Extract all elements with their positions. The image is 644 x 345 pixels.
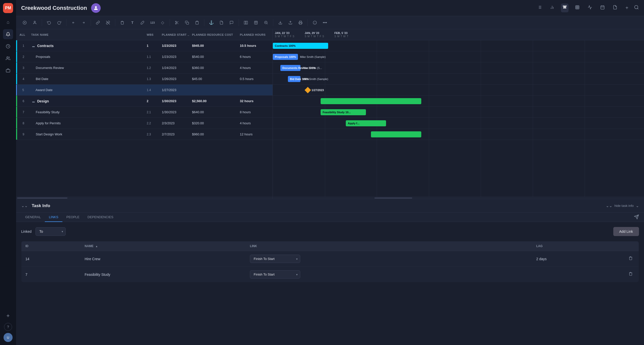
table-view-icon[interactable] (574, 4, 581, 12)
sidebar-item-home[interactable]: ⌂ (3, 17, 13, 27)
waveform-icon[interactable] (586, 4, 594, 12)
delete-link-button-2[interactable] (627, 271, 635, 278)
days-2: S M T W T F S (305, 35, 324, 38)
redo-button[interactable] (55, 18, 64, 27)
table-row[interactable]: 9 Start Design Work 2.3 2/7/2023 $960.00… (16, 129, 273, 140)
sidebar-item-projects[interactable] (3, 65, 13, 75)
gantt-view-icon[interactable] (561, 4, 569, 12)
link-type-select-1[interactable]: Finish To Start Start To Start Finish To… (250, 255, 300, 263)
tab-dependencies[interactable]: DEPENDENCIES (84, 213, 118, 222)
link-type: Finish To Start Start To Start Finish To… (246, 251, 532, 267)
row-hours: 8 hours (237, 110, 273, 114)
gantt-bar-design[interactable] (321, 98, 421, 104)
user-avatar[interactable]: U (4, 333, 13, 342)
toolbar-sep-2 (66, 19, 66, 26)
row-name: Proposals (30, 55, 144, 59)
split-button[interactable] (241, 18, 250, 27)
add-user-button[interactable] (30, 18, 39, 27)
paste-button[interactable] (193, 18, 202, 27)
scissors-button[interactable] (172, 18, 181, 27)
sidebar-item-add[interactable]: + (3, 311, 13, 321)
sidebar-item-notifications[interactable] (3, 29, 13, 39)
print-button[interactable] (296, 18, 305, 27)
gantt-bar-permits[interactable]: Apply f... (346, 120, 386, 126)
collapse-icon[interactable]: ▬ (32, 45, 35, 48)
table-row[interactable]: 7 Feasibility Study 2.1 1/30/2023 $640.0… (16, 107, 273, 118)
send-icon[interactable] (634, 214, 639, 220)
tab-links[interactable]: LINKS (45, 213, 62, 222)
123-button[interactable]: 123 (148, 18, 157, 27)
row-wbs: 2.2 (144, 122, 159, 125)
hide-task-info-button[interactable]: hide task info (614, 204, 634, 208)
tab-people[interactable]: PEOPLE (62, 213, 84, 222)
collapse-double-icon[interactable]: ⌄⌄ (21, 203, 28, 208)
table-button[interactable] (251, 18, 260, 27)
sidebar-item-time[interactable] (3, 41, 13, 51)
link-type-select-wrapper-2: Finish To Start Start To Start Finish To… (250, 270, 300, 279)
svg-line-26 (637, 8, 638, 9)
app-logo[interactable]: PM (3, 3, 13, 13)
link-row: 14 Hire Crew Finish To Start Start To St… (21, 251, 639, 267)
table-row[interactable]: 8 Apply for Permits 2.2 2/3/2023 $320.00… (16, 118, 273, 129)
svg-line-47 (267, 23, 268, 24)
text-button[interactable]: T (128, 18, 137, 27)
info-button[interactable] (310, 18, 319, 27)
comment-button[interactable] (227, 18, 236, 27)
delete-link-button[interactable] (627, 255, 635, 262)
document-icon[interactable] (611, 4, 619, 12)
gantt-bar-feasibility[interactable]: Feasibility Study 10... (321, 109, 366, 115)
down-chevron-icon[interactable]: ⌄ (636, 203, 639, 208)
search-icon[interactable] (634, 5, 639, 11)
table-row[interactable]: 3 Documents Review 1.2 1/24/2023 $360.00… (16, 62, 273, 73)
toolbar-sep-1 (42, 19, 42, 26)
add-link-button[interactable]: Add Link (613, 227, 639, 236)
row-hours: 4 hours (237, 121, 273, 125)
table-row[interactable]: 5 Award Date 1.4 1/27/2023 (16, 85, 273, 96)
link-type-select-2[interactable]: Finish To Start Start To Start Finish To… (250, 270, 300, 279)
tab-general[interactable]: GENERAL (21, 213, 45, 222)
sidebar-item-people[interactable] (3, 53, 13, 63)
gantt-bar-bid[interactable]: Bid Date 100% (288, 76, 300, 82)
row-name: ▬ Contracts (30, 44, 144, 48)
unlink-button[interactable] (103, 18, 112, 27)
link-actions (623, 251, 639, 267)
export-button[interactable] (276, 18, 285, 27)
anchor-button[interactable]: ⚓ (207, 18, 216, 27)
sidebar-item-help[interactable]: ? (4, 323, 12, 331)
toolbar-sep-6 (204, 19, 204, 26)
add-task-button[interactable] (20, 18, 29, 27)
task-info-header: ⌄⌄ Task Info ⌄⌄ hide task info ⌄ (16, 199, 644, 213)
gantt-bar-proposals[interactable]: Proposals 100% (273, 54, 298, 60)
gantt-bar-design-work[interactable] (371, 131, 421, 137)
link-type-select-wrapper: Finish To Start Start To Start Finish To… (250, 255, 300, 263)
collapse-icon[interactable]: ▬ (32, 100, 35, 103)
indent-button[interactable] (79, 18, 88, 27)
gantt-row (273, 96, 644, 107)
links-header-row: ID NAME ▲ LINK LAG (21, 241, 639, 251)
gantt-bar-documents[interactable]: Documents Review 100% (280, 65, 300, 71)
table-row[interactable]: 4 Bid Date 1.3 1/26/2023 $45.00 0.5 hour… (16, 73, 273, 85)
diamond-button[interactable]: ◇ (158, 18, 167, 27)
table-row[interactable]: 6 ▬ Design 2 1/30/2023 $2,560.00 32 hour… (16, 96, 273, 107)
table-row[interactable]: 2 Proposals 1.1 1/23/2023 $540.00 6 hour… (16, 51, 273, 62)
upload-button[interactable] (286, 18, 295, 27)
list-view-icon[interactable] (536, 4, 543, 12)
table-row[interactable]: 1 ▬ Contracts 1 1/23/2023 $945.00 10.5 h… (16, 40, 273, 51)
row-hours: 10.5 hours (237, 44, 273, 48)
calendar-icon[interactable] (599, 4, 606, 12)
linked-to-select[interactable]: To From (35, 227, 66, 236)
more-button[interactable]: ••• (320, 18, 329, 27)
undo-button[interactable] (45, 18, 54, 27)
gantt-bar-contracts[interactable]: Contracts 100% (273, 43, 328, 49)
brush-button[interactable] (138, 18, 147, 27)
doc-button[interactable] (217, 18, 226, 27)
link-button[interactable] (93, 18, 102, 27)
row-id: 7 (17, 110, 30, 114)
outdent-button[interactable] (69, 18, 78, 27)
chart-view-icon[interactable] (548, 4, 556, 12)
zoom-in-button[interactable] (261, 18, 271, 27)
row-name: Bid Date (30, 77, 144, 81)
copy-button[interactable] (182, 18, 192, 27)
delete-button[interactable] (118, 18, 127, 27)
add-view-icon[interactable]: + (624, 4, 630, 12)
